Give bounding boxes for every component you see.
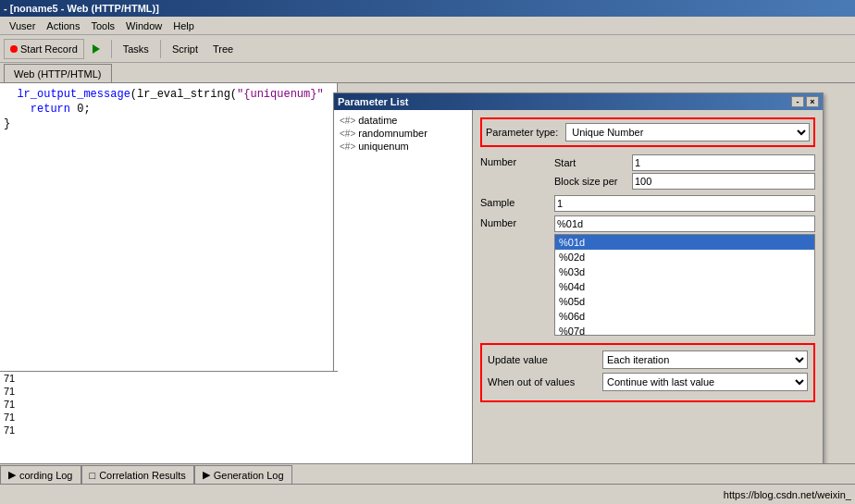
log-line-4: 71 <box>0 411 338 424</box>
param-type-label: Parameter type: <box>486 127 558 138</box>
list-item-1[interactable]: %02d <box>555 250 814 264</box>
list-item-3[interactable]: %04d <box>555 279 814 294</box>
sample-input[interactable] <box>554 195 815 212</box>
number-content: Start Block size per <box>554 154 815 191</box>
tree-icon-datatime: <#> <box>340 116 355 126</box>
close-title-button[interactable]: × <box>806 96 819 107</box>
menu-vuser[interactable]: Vuser <box>4 18 41 33</box>
sample-row: Sample <box>480 195 815 212</box>
start-label: Start <box>554 157 628 168</box>
tree-item-randomnumber[interactable]: <#> randomnumber <box>338 127 468 140</box>
when-out-of-values-label: When out of values <box>488 376 599 387</box>
param-type-section: Parameter type: Unique Number <box>480 117 815 147</box>
log-line-3: 71 <box>0 398 338 411</box>
update-value-label: Update value <box>488 354 599 365</box>
number-format-list[interactable]: %01d %02d %03d %04d %05d %06d %07d %08d … <box>554 234 815 336</box>
start-row: Start <box>554 154 815 171</box>
tree-item-uniquenum[interactable]: <#> uniquenum <box>338 140 468 153</box>
list-item-2[interactable]: %03d <box>555 264 814 279</box>
number-format-row: Number %01d %02d %03d %04d %05d %06d %07… <box>480 215 815 336</box>
block-size-row: Block size per <box>554 173 815 190</box>
dialog-body: <#> datatime <#> randomnumber <#> unique… <box>334 110 823 504</box>
status-bar: https://blog.csdn.net/weixin_ <box>0 484 855 504</box>
toolbar: Start Record Tasks Script Tree <box>0 35 855 63</box>
bottom-tabs: ▶ cording Log □ Correlation Results ▶ Ge… <box>0 463 855 484</box>
dialog-title: Parameter List <box>338 96 408 107</box>
when-out-of-values-select[interactable]: Continue with last value <box>602 373 808 391</box>
list-item-4[interactable]: %05d <box>555 294 814 309</box>
param-type-select[interactable]: Unique Number <box>565 123 810 141</box>
tab-recording-log[interactable]: ▶ cording Log <box>0 465 81 484</box>
update-section: Update value Each iteration When out of … <box>480 343 815 402</box>
tree-icon-randomnumber: <#> <box>340 129 355 139</box>
recording-log-icon: ▶ <box>8 469 16 481</box>
log-line-5: 71 <box>0 424 338 436</box>
minimize-button[interactable]: - <box>791 96 804 107</box>
script-button[interactable]: Script <box>166 39 204 59</box>
number-format-label: Number <box>480 215 554 228</box>
update-value-row: Update value Each iteration <box>488 350 808 369</box>
play-icon <box>93 44 100 54</box>
start-record-button[interactable]: Start Record <box>4 39 84 59</box>
list-item-5[interactable]: %06d <box>555 309 814 324</box>
tab-bar: Web (HTTP/HTML) <box>0 63 855 83</box>
dialog-title-buttons: - × <box>791 96 819 107</box>
when-out-of-values-row: When out of values Continue with last va… <box>488 373 808 391</box>
toolbar-separator <box>111 40 112 58</box>
generation-log-icon: ▶ <box>203 469 210 481</box>
status-url: https://blog.csdn.net/weixin_ <box>724 489 851 500</box>
menu-tools[interactable]: Tools <box>85 18 120 33</box>
play-button[interactable] <box>86 39 106 59</box>
log-area: 71 71 71 71 71 <box>0 371 338 463</box>
number-format-input[interactable] <box>554 215 815 232</box>
block-size-input[interactable] <box>632 173 815 190</box>
tree-icon-uniquenum: <#> <box>340 141 355 152</box>
sample-content <box>554 195 815 212</box>
record-icon <box>10 45 18 53</box>
parameter-list-dialog: Parameter List - × <#> datatime <#> rand <box>333 92 824 504</box>
start-input[interactable] <box>632 154 815 171</box>
tree-button[interactable]: Tree <box>206 39 240 59</box>
menu-bar: Vuser Actions Tools Window Help <box>0 17 855 35</box>
number-format-content: %01d %02d %03d %04d %05d %06d %07d %08d … <box>554 215 815 336</box>
right-panel: Parameter type: Unique Number Number Sta… <box>473 110 823 504</box>
menu-actions[interactable]: Actions <box>41 18 85 33</box>
menu-window[interactable]: Window <box>120 18 167 33</box>
log-line-2: 71 <box>0 385 338 398</box>
title-bar: - [noname5 - Web (HTTP/HTML)] <box>0 0 855 17</box>
list-item-0[interactable]: %01d <box>555 235 814 250</box>
toolbar-separator-2 <box>160 40 161 58</box>
correlation-icon: □ <box>90 470 96 481</box>
tasks-button[interactable]: Tasks <box>117 39 155 59</box>
title-text: - [noname5 - Web (HTTP/HTML)] <box>4 3 159 14</box>
number-section: Number Start Block size per <box>480 154 815 191</box>
number-label: Number <box>480 154 554 167</box>
tab-correlation-results[interactable]: □ Correlation Results <box>81 465 194 484</box>
menu-help[interactable]: Help <box>167 18 200 33</box>
update-value-select[interactable]: Each iteration <box>602 350 808 369</box>
sample-label: Sample <box>480 195 554 208</box>
log-line-1: 71 <box>0 372 338 385</box>
tab-web-http[interactable]: Web (HTTP/HTML) <box>4 64 112 82</box>
block-size-label: Block size per <box>554 176 628 187</box>
tree-item-datatime[interactable]: <#> datatime <box>338 114 468 127</box>
main-area: lr_output_message(lr_eval_string("{uniqu… <box>0 83 855 484</box>
tree-panel: <#> datatime <#> randomnumber <#> unique… <box>334 110 473 504</box>
dialog-title-bar: Parameter List - × <box>334 93 823 110</box>
list-item-6[interactable]: %07d <box>555 324 814 336</box>
tab-generation-log[interactable]: ▶ Generation Log <box>194 465 292 484</box>
